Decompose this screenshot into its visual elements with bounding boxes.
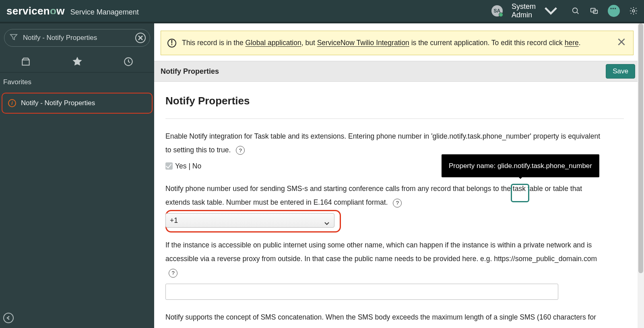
favorite-item-label: Notify - Notify Properties (21, 99, 95, 107)
search-icon[interactable] (571, 6, 580, 16)
product-name: Service Management (70, 8, 139, 17)
divider (165, 118, 624, 119)
chat-icon[interactable] (589, 6, 599, 16)
user-avatar[interactable]: SA (491, 5, 503, 17)
logo-wrap: servicenow Service Management (6, 5, 139, 17)
yes-no-label: Yes | No (175, 159, 201, 173)
banner-link-application[interactable]: application (266, 39, 301, 47)
nav-filter[interactable]: Notify - Notify Properties (4, 29, 150, 47)
chevron-down-icon (324, 217, 330, 231)
nav-sidebar: Notify - Notify Properties Favorites i N… (0, 23, 154, 328)
property-tooltip: Property name: glide.notify.task.phone_n… (442, 154, 599, 177)
funnel-icon (9, 33, 18, 43)
page-header-bar: Notify Properties Save (154, 61, 644, 82)
collapse-sidebar-button[interactable] (3, 313, 14, 323)
banner-link-here[interactable]: here (565, 39, 579, 47)
public-url-input[interactable] (165, 284, 558, 300)
property-public-url-description: If the instance is accessible on public … (165, 238, 604, 279)
public-url-field-wrap (165, 284, 624, 300)
help-icon-public-url[interactable]: ? (169, 269, 178, 278)
svg-point-0 (573, 8, 578, 13)
phone-number-field-wrap: +1 (165, 213, 624, 228)
form-content: Notify Properties Enable Notify integrat… (154, 82, 644, 328)
checkbox-icon (165, 162, 173, 170)
logo-text-prefix: servicen (6, 5, 50, 17)
help-icon-phone[interactable]: ? (393, 199, 402, 208)
help-icon-enable[interactable]: ? (236, 146, 245, 155)
info-icon: i (8, 99, 16, 107)
favorites-heading: Favorites (0, 73, 154, 90)
svg-rect-4 (22, 60, 29, 65)
logo-text-suffix: w (56, 5, 65, 17)
main-scrollbar[interactable] (638, 23, 644, 328)
property-enable-description: Enable Notify integration for Task table… (165, 129, 604, 157)
nav-tabs (0, 51, 154, 73)
main-frame: ! This record is in the Global applicati… (154, 23, 644, 328)
banner-text: This record is in the Global application… (182, 39, 581, 47)
user-menu[interactable]: System Admin (512, 0, 562, 22)
save-button[interactable]: Save (606, 64, 635, 79)
favorite-item-notify-properties[interactable]: i Notify - Notify Properties (2, 93, 153, 114)
property-phone-description: Notify phone number used for sending SMS… (165, 182, 604, 209)
banner-link-current-app[interactable]: ServiceNow Twilio Integration (317, 39, 409, 47)
nav-tab-history[interactable] (103, 51, 154, 72)
banner-close-button[interactable] (616, 37, 627, 49)
nav-filter-row: Notify - Notify Properties (0, 23, 154, 51)
nav-tab-favorites[interactable] (52, 51, 103, 72)
phone-number-select[interactable]: +1 (165, 213, 334, 228)
clear-filter-button[interactable] (135, 33, 146, 43)
warning-icon: ! (167, 39, 176, 48)
logo-text-o: o (50, 5, 56, 17)
help-icon[interactable] (608, 5, 620, 17)
avatar-initials: SA (494, 8, 501, 14)
banner-link-global[interactable]: Global (246, 39, 266, 47)
servicenow-logo[interactable]: servicenow (6, 5, 65, 17)
header-right: SA System Admin (491, 0, 638, 22)
svg-point-3 (632, 10, 635, 12)
nav-filter-text: Notify - Notify Properties (23, 34, 97, 42)
nav-tab-all[interactable] (0, 51, 52, 72)
username-label: System Admin (512, 2, 536, 19)
application-scope-banner: ! This record is in the Global applicati… (161, 31, 634, 55)
scrollbar-thumb[interactable] (638, 23, 643, 273)
gear-icon[interactable] (629, 6, 638, 16)
app-header: servicenow Service Management SA System … (0, 0, 644, 22)
property-sms-concat-description: Notify supports the concept of SMS conca… (165, 310, 608, 328)
chevron-down-icon (540, 0, 562, 22)
page-title: Notify Properties (161, 67, 219, 76)
form-heading: Notify Properties (165, 91, 624, 118)
phone-number-value: +1 (170, 214, 178, 227)
